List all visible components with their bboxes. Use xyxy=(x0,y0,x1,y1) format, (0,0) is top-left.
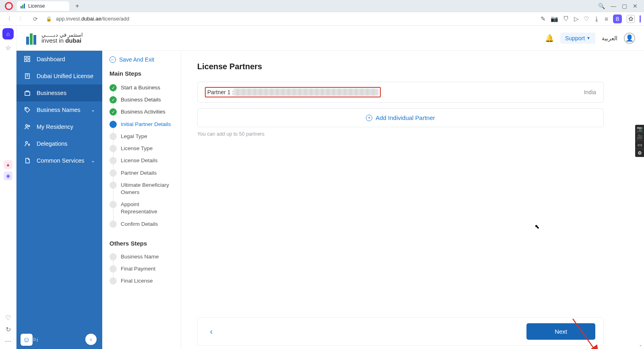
svg-point-17 xyxy=(26,142,28,144)
left-nav: Dashboard Dubai Unified License Business… xyxy=(17,51,102,349)
others-steps-heading: Others Steps xyxy=(109,240,177,247)
nav-my-residency[interactable]: My Residency xyxy=(17,118,102,135)
partner-redacted-highlight: Partner 1 : xyxy=(205,87,381,97)
browser-tab[interactable]: License xyxy=(17,1,69,11)
step-item[interactable]: Ultimate Beneficiary Owners xyxy=(109,179,177,198)
sidebar-more-icon[interactable]: ⋯ xyxy=(5,337,11,345)
reload-button[interactable]: ⟳ xyxy=(31,14,40,24)
chevron-down-icon: ⌄ xyxy=(91,107,95,113)
add-individual-partner-button[interactable]: + Add Individual Partner xyxy=(197,108,604,127)
step-dot-icon xyxy=(109,277,117,285)
accent-bar-icon xyxy=(640,15,641,23)
svg-rect-13 xyxy=(25,92,30,95)
minimize-icon[interactable]: — xyxy=(611,3,616,9)
new-tab-button[interactable]: + xyxy=(73,2,81,10)
step-dot-icon: ✓ xyxy=(109,84,117,91)
chat-widget-icon[interactable]: ☺ xyxy=(21,334,33,346)
sidebar-history-icon[interactable]: ↻ xyxy=(6,326,11,333)
maximize-icon[interactable]: ▢ xyxy=(622,3,627,9)
feedback-widget[interactable]: 📷 🎥 ▭ ⚙ xyxy=(635,125,644,157)
step-dot-icon xyxy=(109,201,117,208)
step-label: Final Payment xyxy=(121,265,155,273)
app-body: Dashboard Dubai Unified License Business… xyxy=(17,51,644,349)
url-display[interactable]: app.invest.dubai.ae/license/add xyxy=(56,16,129,22)
step-item[interactable]: ✓Start a Business xyxy=(109,82,177,94)
step-item[interactable]: ✓Business Activities xyxy=(109,106,177,118)
widget-record-icon[interactable]: ▭ xyxy=(635,141,644,149)
nav-label: Businesses xyxy=(37,90,66,96)
partners-hint: You can add up to 50 partners xyxy=(197,131,604,137)
nav-business-names[interactable]: Business Names ⌄ xyxy=(17,101,102,118)
profile-chip-icon[interactable]: 8 xyxy=(613,14,622,23)
next-button[interactable]: Next xyxy=(526,323,595,340)
logo-arabic: استثمر في دبـــــي xyxy=(41,32,83,38)
step-label: License Details xyxy=(121,157,158,164)
back-nav-button[interactable]: 〈 xyxy=(3,14,13,24)
step-item[interactable]: Business Name xyxy=(109,251,177,263)
step-item[interactable]: Final License xyxy=(109,275,177,287)
sidebar-ext-1-icon[interactable]: ▲ xyxy=(4,160,12,169)
scroll-down-icon[interactable]: ⌄ xyxy=(638,342,643,347)
svg-rect-4 xyxy=(30,33,33,45)
plus-circle-icon: + xyxy=(366,115,372,121)
browser-tab-bar: License + 🔍 — ▢ ✕ xyxy=(0,0,644,12)
svg-rect-7 xyxy=(28,56,30,58)
send-icon[interactable]: ▷ xyxy=(574,15,579,23)
download-icon[interactable]: ⭳ xyxy=(594,15,600,22)
app-logo[interactable]: استثمر في دبـــــي invest in dubai xyxy=(25,31,83,45)
nav-dashboard[interactable]: Dashboard xyxy=(17,51,102,68)
step-item[interactable]: Appoint Representative xyxy=(109,198,177,218)
logo-buildings-icon xyxy=(25,31,37,45)
people-icon xyxy=(24,123,31,130)
extensions-icon[interactable]: ✿ xyxy=(627,15,635,23)
save-and-exit-button[interactable]: ← Save And Exit xyxy=(109,56,177,63)
search-icon[interactable]: 🔍 xyxy=(598,3,605,9)
nav-unified-license[interactable]: Dubai Unified License xyxy=(17,68,102,85)
step-item[interactable]: License Type xyxy=(109,142,177,155)
widget-settings-icon[interactable]: ⚙ xyxy=(635,149,644,157)
close-icon[interactable]: ✕ xyxy=(633,3,638,9)
url-path: /license/add xyxy=(101,16,129,22)
notifications-icon[interactable]: 🔔 xyxy=(545,34,554,43)
step-item[interactable]: License Details xyxy=(109,155,177,167)
svg-rect-0 xyxy=(21,6,22,8)
home-button[interactable]: ⌂ xyxy=(2,28,14,39)
step-label: Initial Partner Details xyxy=(121,121,171,128)
sidebar-ext-2-icon[interactable]: ◉ xyxy=(4,171,12,180)
step-item[interactable]: Partner Details xyxy=(109,167,177,179)
svg-rect-3 xyxy=(26,37,29,45)
bookmarks-icon[interactable]: ☆ xyxy=(3,43,13,52)
sidebar-heart-icon[interactable]: ♡ xyxy=(5,314,11,322)
forward-nav-button[interactable]: 〉 xyxy=(17,14,27,24)
step-item[interactable]: Initial Partner Details xyxy=(109,118,177,130)
widget-screenshot-icon[interactable]: 📷 xyxy=(635,125,644,133)
svg-rect-2 xyxy=(24,4,25,8)
step-label: Start a Business xyxy=(121,84,160,91)
shield-icon[interactable]: ⛉ xyxy=(563,15,569,22)
avatar-icon[interactable]: 👤 xyxy=(624,33,635,44)
widget-video-icon[interactable]: 🎥 xyxy=(635,133,644,141)
building-icon xyxy=(24,72,31,80)
svg-point-14 xyxy=(26,108,27,109)
step-item[interactable]: ✓Business Details xyxy=(109,94,177,106)
collapse-sidebar-button[interactable]: ‹ xyxy=(85,334,97,345)
nav-delegations[interactable]: Delegations xyxy=(17,135,102,152)
step-dot-icon xyxy=(109,221,117,228)
briefcase-icon xyxy=(24,89,31,97)
step-item[interactable]: Legal Type xyxy=(109,130,177,142)
nav-label: Common Services xyxy=(37,157,84,164)
language-toggle[interactable]: العربية xyxy=(602,35,617,41)
edit-icon[interactable]: ✎ xyxy=(541,15,546,23)
step-dot-icon xyxy=(109,169,117,177)
nav-businesses[interactable]: Businesses xyxy=(17,85,102,101)
add-partner-label: Add Individual Partner xyxy=(376,114,435,121)
heart-icon[interactable]: ♡ xyxy=(584,15,589,23)
partner-card[interactable]: Partner 1 : India xyxy=(197,82,604,103)
back-button[interactable]: ‹ xyxy=(206,326,217,337)
step-item[interactable]: Final Payment xyxy=(109,263,177,275)
support-button[interactable]: Support ▼ xyxy=(560,33,595,44)
nav-common-services[interactable]: Common Services ⌄ xyxy=(17,152,102,169)
menu-icon[interactable]: ≡ xyxy=(605,15,608,22)
step-item[interactable]: Confirm Details xyxy=(109,218,177,230)
camera-icon[interactable]: 📷 xyxy=(551,15,558,23)
